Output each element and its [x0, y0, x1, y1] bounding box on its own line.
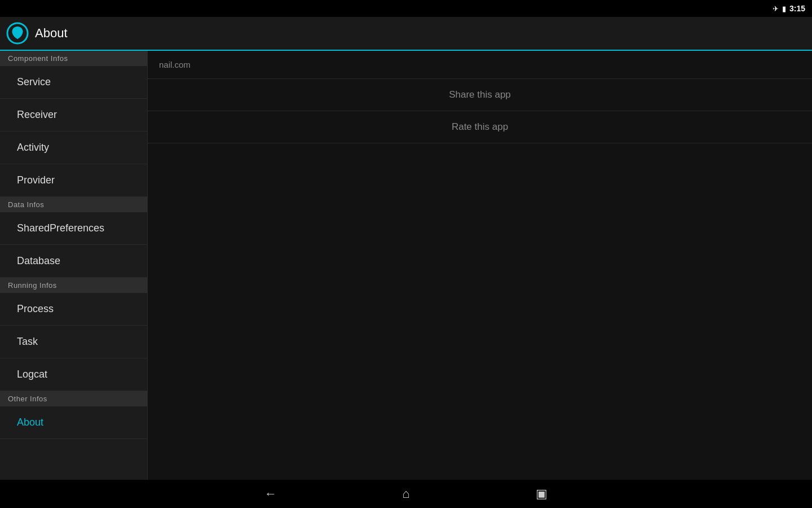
rate-app-row[interactable]: Rate this app — [148, 111, 812, 143]
section-header-running-infos: Running Infos — [0, 278, 147, 293]
email-partial: nail.com — [159, 60, 191, 69]
status-bar: ✈ ▮ 3:15 — [0, 0, 812, 17]
main-layout: Component InfosServiceReceiverActivityPr… — [0, 51, 812, 480]
sidebar-item-about[interactable]: About — [0, 406, 147, 439]
sidebar-item-activity[interactable]: Activity — [0, 132, 147, 164]
rate-label: Rate this app — [452, 121, 508, 132]
status-time: 3:15 — [789, 4, 805, 13]
recent-icon: ▣ — [536, 487, 548, 501]
bottom-bar: ← ⌂ ▣ — [0, 480, 812, 508]
sidebar: Component InfosServiceReceiverActivityPr… — [0, 51, 148, 480]
home-button[interactable]: ⌂ — [395, 483, 417, 505]
share-app-row[interactable]: Share this app — [148, 79, 812, 111]
email-row: nail.com — [148, 51, 812, 79]
sidebar-item-sharedpreferences[interactable]: SharedPreferences — [0, 212, 147, 245]
airplane-icon: ✈ — [773, 5, 779, 13]
sidebar-item-process[interactable]: Process — [0, 293, 147, 326]
battery-icon: ▮ — [782, 5, 786, 13]
section-header-data-infos: Data Infos — [0, 197, 147, 212]
section-header-component-infos: Component Infos — [0, 51, 147, 66]
sidebar-item-receiver[interactable]: Receiver — [0, 99, 147, 132]
sidebar-item-logcat[interactable]: Logcat — [0, 358, 147, 391]
app-bar: About — [0, 17, 812, 51]
sidebar-item-provider[interactable]: Provider — [0, 164, 147, 197]
app-logo — [6, 21, 29, 45]
content-area: nail.com Share this app Rate this app — [148, 51, 812, 480]
sidebar-item-task[interactable]: Task — [0, 326, 147, 358]
share-label: Share this app — [449, 89, 511, 100]
back-icon: ← — [264, 487, 277, 501]
home-icon: ⌂ — [402, 487, 409, 501]
recent-button[interactable]: ▣ — [530, 483, 553, 505]
sidebar-item-database[interactable]: Database — [0, 245, 147, 278]
back-button[interactable]: ← — [259, 483, 282, 505]
sidebar-item-service[interactable]: Service — [0, 66, 147, 99]
section-header-other-infos: Other Infos — [0, 391, 147, 406]
app-title: About — [35, 26, 68, 41]
